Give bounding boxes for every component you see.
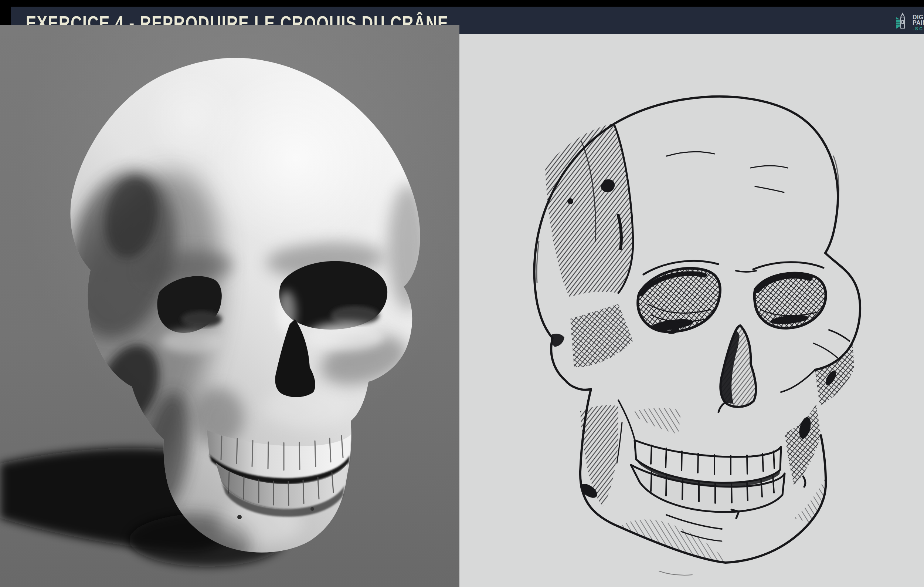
right-jaw-hatch — [794, 477, 826, 522]
chin-pit-right — [310, 507, 314, 511]
maxilla-hatch — [635, 408, 681, 434]
forehead-crease-3 — [755, 187, 784, 192]
ear-notch-dark — [551, 334, 564, 347]
chin-pit-left — [237, 515, 242, 519]
skull-sketch-panel — [459, 34, 924, 587]
skull-render-panel — [0, 25, 459, 587]
brand-line-digital: DIGITAL — [912, 15, 924, 20]
forehead-crease-1 — [667, 152, 714, 156]
mouth-corner-hatch — [785, 404, 821, 485]
stylus-pencil-icon — [895, 12, 910, 32]
brand-line-painting: PAINTING — [912, 20, 924, 25]
slide-root: { "window": { "width": 2500, "height": 1… — [0, 0, 924, 587]
skull-render-graphic — [0, 25, 459, 587]
forehead-crease-2 — [751, 166, 788, 168]
brow-line-right — [753, 262, 823, 269]
chin-hatch — [619, 519, 726, 562]
brand-line-school: .SCHOOL — [912, 26, 924, 31]
skull-sketch-graphic — [459, 34, 924, 587]
temple-hatch — [545, 124, 632, 298]
brand-text: DIGITAL PAINTING .SCHOOL — [912, 15, 924, 31]
jaw-mark-right — [803, 476, 805, 487]
cheek-hollow-hatch — [570, 304, 633, 367]
brand-logo: DIGITAL PAINTING .SCHOOL — [895, 12, 924, 32]
